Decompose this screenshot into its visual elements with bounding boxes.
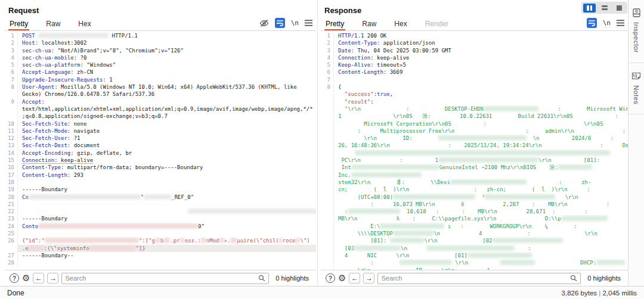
request-panel: Request Pretty Raw Hex (5, 4, 316, 286)
layout-single-panel-button[interactable] (613, 4, 626, 13)
line-number: 1 (5, 32, 18, 39)
code-text: Sec-Fetch-Dest: document (18, 142, 316, 149)
right-sidebar: Inspector Notes (628, 0, 644, 286)
response-tab-render[interactable]: Render (424, 18, 450, 30)
hide-matches-eye-icon[interactable] (259, 19, 269, 27)
line-number: 6 (321, 68, 334, 76)
response-editor[interactable]: 1HTTP/1.1 200 OK2Content-Type: applicati… (321, 31, 628, 270)
request-tab-raw[interactable]: Raw (45, 18, 61, 30)
settings-gear-icon[interactable]: ⚙ (338, 273, 346, 283)
code-line: : 16,073 MB\r\n ô 2,287 : MB\r\n : (321, 201, 628, 208)
menu-icon[interactable] (305, 20, 312, 26)
line-number: 11 (5, 127, 18, 135)
redacted-blur (45, 238, 139, 243)
code-line: 3sec-ch-ua: "Not/A)Brand";v="8", "Chromi… (5, 47, 316, 54)
redacted-blur (219, 238, 224, 243)
code-line: [01]: \r\n [02 (321, 237, 628, 244)
code-text: sec-ch-ua-platform: "Windows" (18, 61, 316, 68)
redacted-blur (295, 238, 300, 243)
code-line: text/html,application/xhtml+xml,applicat… (5, 105, 316, 113)
spellcheck-underline: Connection: keep-alive (22, 157, 93, 164)
code-text: cn; ( ĺ )\r\n : zh-cn; ( ĺ )\r\n : (334, 186, 628, 193)
search-magnifier-icon (258, 275, 265, 282)
search-prev-button[interactable]: ← (33, 273, 44, 284)
code-text: 4 NIC \r\n [01] (334, 252, 628, 259)
line-number: 22 (5, 208, 18, 215)
code-line: [03\n : (321, 245, 628, 252)
help-icon[interactable]: ? (326, 273, 335, 283)
response-tab-hex[interactable]: Hex (393, 18, 408, 30)
search-next-button[interactable]: → (363, 273, 374, 284)
help-icon[interactable]: ? (10, 273, 19, 283)
code-text (334, 76, 628, 83)
code-line: 22 (5, 208, 316, 215)
code-text: Sec-Fetch-Site: none (18, 120, 316, 127)
line-number: 2 (5, 39, 18, 46)
settings-gear-icon[interactable]: ⚙ (22, 273, 30, 283)
request-tab-pretty[interactable]: Pretty (8, 18, 29, 30)
code-line: 6Content-Length: 3669 (321, 68, 628, 76)
redacted-blur (438, 157, 538, 163)
code-line: 4sec-ch-ua-mobile: ?0 (5, 54, 316, 61)
redacted-blur (558, 164, 592, 170)
response-search-box[interactable] (377, 273, 581, 284)
redacted-blur (180, 238, 185, 243)
line-number: 7 (321, 76, 334, 83)
word-wrap-icon[interactable] (587, 18, 597, 28)
code-text: Conte0" (18, 223, 316, 230)
line-number: 4 (5, 54, 18, 61)
code-text: { (334, 83, 628, 91)
redacted-blur (426, 245, 515, 251)
search-magnifier-icon (570, 275, 577, 282)
code-line: 18 (5, 179, 316, 186)
code-text: Upgrade-Insecure-Requests: 1 (18, 76, 316, 83)
layout-toggle-group (581, 2, 627, 14)
response-search-input[interactable] (381, 275, 570, 282)
request-search-input[interactable] (65, 275, 258, 282)
redacted-blur (188, 208, 316, 214)
code-line: 7Upgrade-Insecure-Requests: 1 (5, 76, 316, 83)
menu-icon[interactable] (617, 20, 624, 26)
request-editor[interactable]: 1POST HTTP/1.12Host: localhost:30023sec-… (5, 31, 316, 270)
show-newlines-icon[interactable]: \n (603, 19, 611, 27)
search-next-button[interactable]: → (47, 273, 58, 284)
code-text: {"id":"":["gb.press.:nMod».µuire(\"chil(… (18, 237, 316, 244)
redacted-blur (230, 238, 237, 243)
request-tabs: Pretty Raw Hex \n (5, 17, 316, 31)
redacted-blur (561, 216, 608, 221)
line-number (321, 208, 334, 215)
show-newlines-icon[interactable]: \n (291, 19, 299, 27)
line-number: 10 (5, 120, 18, 127)
notes-icon (632, 71, 640, 80)
line-number (321, 105, 334, 113)
code-text: ------Boundary (18, 186, 316, 193)
code-text: Content-Type: multipart/form-data; bound… (18, 164, 316, 171)
line-number: 8 (5, 83, 18, 91)
code-line: \r\n ID: \n 2024/6 : / (321, 135, 628, 142)
panel-divider[interactable] (317, 0, 318, 286)
code-line: 11Sec-Fetch-Mode: navigate (5, 127, 316, 135)
code-text: Content-Length: 3669 (334, 68, 628, 76)
code-text: sec-ch-ua-mobile: ?0 (18, 54, 316, 61)
line-number: 24 (5, 223, 18, 230)
response-tab-pretty[interactable]: Pretty (324, 18, 345, 30)
code-text: ------Boundary-- (18, 252, 316, 259)
redacted-blur (201, 238, 206, 243)
request-search-box[interactable] (61, 273, 269, 284)
sidebar-tab-inspector[interactable]: Inspector (628, 0, 644, 63)
search-prev-button[interactable]: ← (349, 273, 360, 284)
response-tab-raw[interactable]: Raw (361, 18, 377, 30)
response-panel: Response Pretty Raw Hex Render \n (321, 4, 628, 286)
code-text: 1 \r\n0S 汾: 10.0.22631 Build 22631\r\n0S… (334, 113, 628, 120)
word-wrap-icon[interactable] (275, 18, 285, 28)
code-text: : \r\n DHCP: (334, 259, 628, 266)
sidebar-tab-notes[interactable]: Notes (628, 63, 644, 115)
layout-split-columns-button[interactable] (583, 4, 596, 13)
line-number (321, 194, 334, 201)
request-tab-hex[interactable]: Hex (77, 18, 92, 30)
code-line: Microsoft Corporation\r\n0S : \r\n0S (321, 120, 628, 127)
code-text: "result": (334, 98, 628, 105)
redacted-blur (450, 179, 527, 185)
redacted-blur (144, 194, 171, 200)
layout-split-rows-button[interactable] (598, 4, 611, 13)
